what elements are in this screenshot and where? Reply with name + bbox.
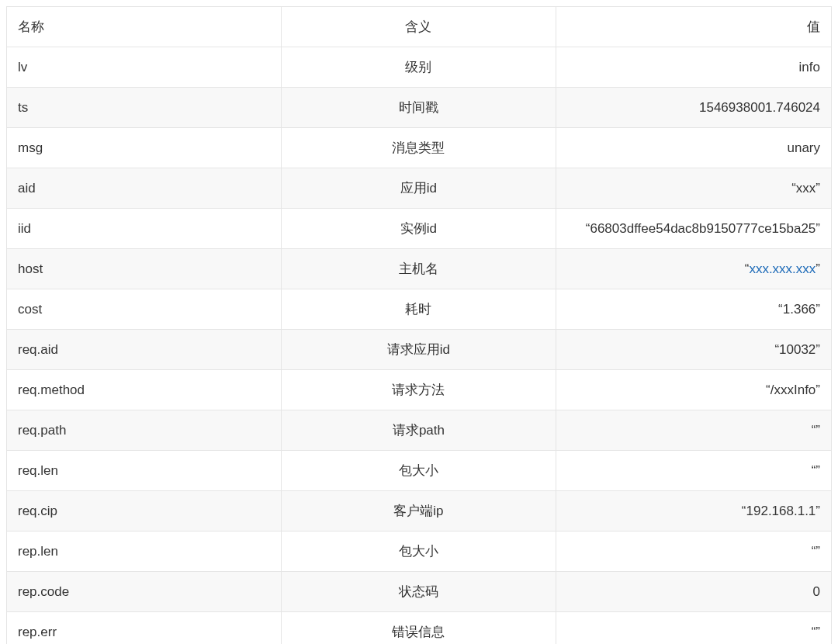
cell-value-text: xxx <box>796 181 816 196</box>
table-row: msg消息类型unary <box>7 128 832 168</box>
cell-value: “” <box>556 410 831 451</box>
table-row: rep.len包大小“” <box>7 531 832 572</box>
cell-name: cost <box>7 289 282 330</box>
cell-meaning: 错误信息 <box>281 612 556 645</box>
table-row: req.method请求方法“/xxxInfo” <box>7 370 832 410</box>
cell-name: req.method <box>7 370 282 410</box>
cell-value-text: 66803dffee54dac8b9150777ce15ba25 <box>590 221 815 236</box>
table-row: iid实例id“66803dffee54dac8b9150777ce15ba25… <box>7 209 832 249</box>
cell-value-text: 10032 <box>779 342 815 357</box>
cell-value-text: /xxxInfo <box>770 383 816 397</box>
cell-value: “66803dffee54dac8b9150777ce15ba25” <box>556 209 831 249</box>
table-row: ts时间戳1546938001.746024 <box>7 88 832 128</box>
cell-meaning: 实例id <box>281 209 556 249</box>
cell-meaning: 请求方法 <box>281 370 556 410</box>
cell-name: lv <box>7 47 282 88</box>
header-value: 值 <box>556 7 831 47</box>
cell-meaning: 时间戳 <box>281 88 556 128</box>
cell-value: “” <box>556 531 831 572</box>
table-row: rep.code状态码0 <box>7 572 832 612</box>
cell-name: iid <box>7 209 282 249</box>
cell-meaning: 请求path <box>281 410 556 451</box>
cell-value: info <box>556 47 831 88</box>
cell-meaning: 耗时 <box>281 289 556 330</box>
cell-name: msg <box>7 128 282 168</box>
table-row: cost耗时“1.366” <box>7 289 832 330</box>
table-row: lv级别info <box>7 47 832 88</box>
header-meaning: 含义 <box>281 7 556 47</box>
cell-name: ts <box>7 88 282 128</box>
cell-name: rep.err <box>7 612 282 645</box>
table-row: req.len包大小“” <box>7 451 832 491</box>
table-header-row: 名称 含义 值 <box>7 7 832 47</box>
cell-meaning: 请求应用id <box>281 330 556 370</box>
cell-meaning: 级别 <box>281 47 556 88</box>
cell-meaning: 应用id <box>281 168 556 209</box>
cell-value: unary <box>556 128 831 168</box>
cell-value: “” <box>556 451 831 491</box>
cell-value: 0 <box>556 572 831 612</box>
cell-name: req.aid <box>7 330 282 370</box>
cell-meaning: 消息类型 <box>281 128 556 168</box>
table-row: host主机名“xxx.xxx.xxx” <box>7 249 832 289</box>
cell-name: req.path <box>7 410 282 451</box>
cell-value: “/xxxInfo” <box>556 370 831 410</box>
cell-value: “1.366” <box>556 289 831 330</box>
cell-name: host <box>7 249 282 289</box>
table-row: rep.err错误信息“” <box>7 612 832 645</box>
cell-value-text: 1.366 <box>783 302 816 317</box>
cell-value: “xxx” <box>556 168 831 209</box>
log-fields-table: 名称 含义 值 lv级别infots时间戳1546938001.746024ms… <box>6 6 832 644</box>
cell-meaning: 状态码 <box>281 572 556 612</box>
cell-value: “” <box>556 612 831 645</box>
header-name: 名称 <box>7 7 282 47</box>
table-row: req.aid请求应用id“10032” <box>7 330 832 370</box>
cell-meaning: 主机名 <box>281 249 556 289</box>
cell-name: rep.code <box>7 572 282 612</box>
cell-name: aid <box>7 168 282 209</box>
cell-meaning: 包大小 <box>281 451 556 491</box>
cell-value-text: 192.168.1.1 <box>746 504 816 518</box>
cell-value: 1546938001.746024 <box>556 88 831 128</box>
cell-value: “10032” <box>556 330 831 370</box>
cell-meaning: 包大小 <box>281 531 556 572</box>
cell-name: req.len <box>7 451 282 491</box>
cell-name: req.cip <box>7 491 282 531</box>
host-link[interactable]: xxx.xxx.xxx <box>749 261 815 276</box>
table-row: req.cip客户端ip“192.168.1.1” <box>7 491 832 531</box>
cell-value: “192.168.1.1” <box>556 491 831 531</box>
cell-value: “xxx.xxx.xxx” <box>556 249 831 289</box>
cell-meaning: 客户端ip <box>281 491 556 531</box>
table-row: req.path请求path“” <box>7 410 832 451</box>
cell-name: rep.len <box>7 531 282 572</box>
table-row: aid应用id“xxx” <box>7 168 832 209</box>
